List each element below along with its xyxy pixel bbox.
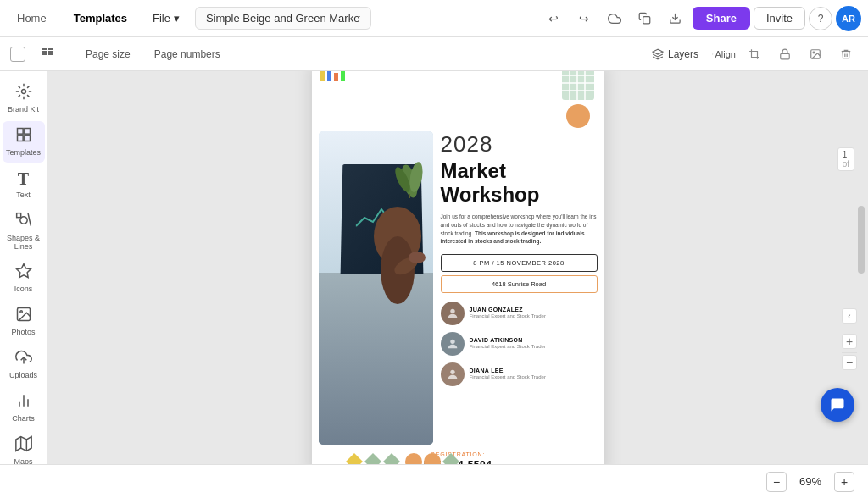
speaker-1-avatar bbox=[441, 302, 465, 325]
sidebar: Brand Kit Templates T Text Shapes & Line… bbox=[0, 71, 47, 464]
svg-rect-4 bbox=[42, 53, 47, 55]
sidebar-item-icons[interactable]: Icons bbox=[3, 257, 45, 299]
uploads-label: Uploads bbox=[9, 372, 37, 380]
shapes-icon bbox=[15, 212, 32, 232]
doc-logo bbox=[320, 71, 345, 81]
brand-kit-icon bbox=[15, 83, 32, 103]
sidebar-item-maps[interactable]: Maps bbox=[3, 430, 45, 464]
main-area: Brand Kit Templates T Text Shapes & Line… bbox=[0, 71, 868, 464]
sidebar-item-brand-kit[interactable]: Brand Kit bbox=[3, 78, 45, 119]
invite-button[interactable]: Invite bbox=[754, 7, 805, 30]
zoom-level-display: 69% bbox=[793, 475, 827, 488]
templates-icon bbox=[15, 126, 32, 147]
speaker-1: JUAN GONZALEZ Financial Expert and Stock… bbox=[441, 302, 598, 325]
chat-bubble-button[interactable] bbox=[821, 388, 854, 422]
download-button[interactable] bbox=[662, 5, 689, 32]
image-button[interactable] bbox=[804, 42, 827, 66]
share-button[interactable]: Share bbox=[693, 7, 750, 30]
svg-point-60 bbox=[450, 340, 454, 344]
copy-button[interactable] bbox=[632, 5, 659, 32]
user-avatar[interactable]: AR bbox=[836, 6, 861, 31]
svg-rect-6 bbox=[48, 51, 53, 53]
lock-button[interactable] bbox=[773, 42, 797, 66]
zoom-out-side-button[interactable]: − bbox=[842, 355, 857, 370]
document-title-input[interactable] bbox=[195, 7, 371, 30]
svg-point-15 bbox=[21, 90, 25, 94]
svg-point-59 bbox=[450, 309, 454, 313]
file-menu[interactable]: File ▾ bbox=[144, 8, 188, 29]
delete-button[interactable] bbox=[834, 42, 858, 66]
sidebar-item-uploads[interactable]: Uploads bbox=[3, 344, 45, 385]
collapse-panel-button[interactable]: ‹ bbox=[842, 308, 857, 324]
speaker-1-info: JUAN GONZALEZ Financial Expert and Stock… bbox=[470, 307, 598, 319]
canvas-area[interactable]: 2028 Market Workshop Join us for a compr… bbox=[47, 71, 868, 464]
undo-button[interactable]: ↩ bbox=[540, 5, 567, 32]
doc-bottom: REGISTRATION: 505-644-5504 FREE ENTRY AN… bbox=[312, 445, 604, 464]
page-size-button[interactable]: Page size bbox=[77, 44, 139, 64]
icons-icon bbox=[15, 263, 32, 283]
zoom-minus-button[interactable]: − bbox=[766, 472, 787, 492]
speaker-1-name: JUAN GONZALEZ bbox=[470, 307, 598, 313]
page-numbers-button[interactable]: Page numbers bbox=[146, 44, 229, 64]
photos-icon bbox=[15, 306, 32, 326]
svg-rect-17 bbox=[24, 128, 30, 134]
svg-rect-2 bbox=[42, 48, 47, 50]
charts-label: Charts bbox=[12, 415, 35, 423]
doc-title: Market Workshop bbox=[441, 159, 598, 206]
sidebar-item-templates[interactable]: Templates bbox=[3, 121, 45, 163]
redo-button[interactable]: ↪ bbox=[570, 5, 598, 32]
sidebar-item-charts[interactable]: Charts bbox=[3, 387, 45, 429]
svg-point-25 bbox=[19, 311, 21, 313]
speaker-3-info: DIANA LEE Financial Expert and Stock Tra… bbox=[470, 368, 598, 380]
document-canvas[interactable]: 2028 Market Workshop Join us for a compr… bbox=[312, 71, 604, 464]
speaker-2-role: Financial Expert and Stock Trader bbox=[470, 343, 598, 350]
bottombar: − 69% + bbox=[0, 464, 868, 498]
svg-marker-8 bbox=[653, 49, 663, 54]
doc-photo bbox=[319, 131, 433, 445]
crop-button[interactable] bbox=[743, 42, 766, 66]
uploads-icon bbox=[15, 349, 32, 369]
doc-year: 2028 bbox=[441, 131, 598, 158]
align-button[interactable]: Align bbox=[712, 42, 736, 66]
grid-view-button[interactable] bbox=[32, 43, 63, 65]
text-icon: T bbox=[18, 169, 29, 189]
maps-icon bbox=[15, 435, 32, 456]
select-checkbox[interactable] bbox=[10, 47, 25, 62]
sidebar-item-text[interactable]: T Text bbox=[3, 164, 45, 205]
brand-kit-label: Brand Kit bbox=[8, 106, 39, 114]
home-tab[interactable]: Home bbox=[7, 7, 57, 30]
cloud-save-button[interactable] bbox=[601, 5, 628, 32]
align-label: Align bbox=[715, 49, 736, 59]
zoom-plus-button[interactable]: + bbox=[834, 472, 854, 492]
shapes-label: Shapes & Lines bbox=[6, 235, 42, 252]
svg-rect-0 bbox=[643, 17, 650, 24]
doc-photo-container bbox=[319, 131, 436, 445]
zoom-sep bbox=[842, 352, 857, 353]
canvas-scrollbar[interactable] bbox=[858, 113, 865, 422]
templates-tab[interactable]: Templates bbox=[64, 7, 137, 30]
sidebar-item-shapes[interactable]: Shapes & Lines bbox=[3, 207, 45, 257]
doc-description: Join us for a comprehensive workshop whe… bbox=[441, 213, 598, 246]
speaker-2: DAVID ATKINSON Financial Expert and Stoc… bbox=[441, 332, 598, 356]
templates-label: Templates bbox=[6, 149, 41, 158]
svg-rect-19 bbox=[24, 136, 30, 141]
svg-rect-5 bbox=[48, 48, 53, 50]
zoom-in-side-button[interactable]: + bbox=[842, 334, 857, 349]
speaker-3: DIANA LEE Financial Expert and Stock Tra… bbox=[441, 362, 598, 386]
separator bbox=[70, 46, 70, 63]
doc-right-content: 2028 Market Workshop Join us for a compr… bbox=[441, 131, 598, 445]
svg-marker-30 bbox=[15, 437, 31, 451]
layers-button[interactable]: Layers bbox=[645, 45, 705, 64]
sidebar-item-photos[interactable]: Photos bbox=[3, 301, 45, 342]
speaker-3-avatar bbox=[441, 362, 465, 386]
file-label: File bbox=[153, 12, 170, 25]
svg-rect-3 bbox=[42, 51, 47, 53]
doc-date-box: 8 PM / 15 NOVEMBER 2028 bbox=[441, 254, 598, 272]
file-chevron-icon: ▾ bbox=[174, 12, 180, 25]
registration-label: REGISTRATION: bbox=[322, 451, 594, 457]
help-button[interactable]: ? bbox=[809, 7, 832, 30]
svg-point-61 bbox=[450, 370, 454, 374]
text-label: Text bbox=[16, 191, 31, 200]
top-right-deco bbox=[562, 71, 596, 131]
svg-point-14 bbox=[813, 52, 815, 53]
